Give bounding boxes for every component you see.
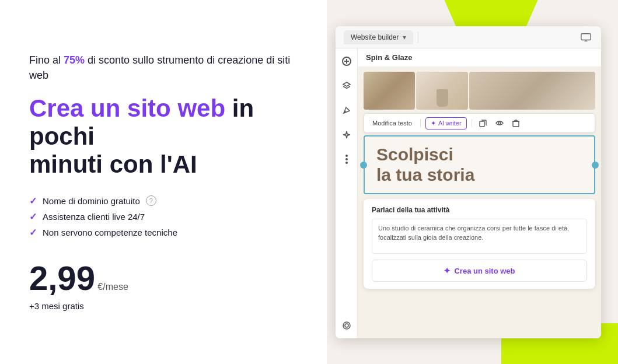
hero-line1: Scolpisci [376, 145, 453, 164]
copy-icon[interactable] [477, 117, 490, 130]
toolbar-divider [420, 119, 421, 127]
ai-toolbar: Modifica testo ✦ Al writer [364, 113, 595, 133]
left-panel: Fino al 75% di sconto sullo strumento di… [0, 0, 327, 364]
svg-rect-0 [581, 33, 591, 40]
check-icon: ✓ [29, 227, 37, 238]
modifica-testo-label: Modifica testo [369, 118, 416, 128]
discount-highlight: 75% [64, 54, 85, 66]
ceramic-image-1 [364, 72, 415, 110]
browser-content: Spin & Glaze Modifica testo ✦ Al writer [336, 48, 601, 338]
browser-window: Website builder ▾ [336, 26, 601, 338]
question-icon[interactable]: ? [146, 195, 156, 206]
svg-rect-10 [480, 121, 484, 127]
svg-marker-6 [343, 82, 350, 86]
svg-point-8 [343, 322, 350, 329]
ai-writer-button[interactable]: ✦ Al writer [425, 117, 467, 130]
check-icon: ✓ [29, 195, 37, 206]
tab-divider [418, 32, 418, 43]
browser-toolbar: Website builder ▾ [336, 26, 601, 48]
browser-tab[interactable]: Website builder ▾ [344, 30, 413, 44]
pen-icon[interactable] [340, 103, 354, 117]
headline-sub: Fino al 75% di sconto sullo strumento di… [29, 53, 298, 82]
layers-icon[interactable] [340, 79, 354, 93]
browser-tab-label: Website builder [351, 33, 399, 41]
sparkle-icon[interactable] [340, 128, 354, 142]
main-headline: Crea un sito web in pochiminuti con l'AI [29, 94, 298, 179]
ai-panel: Parlaci della tua attività Uno studio di… [364, 199, 595, 289]
headline-purple: Crea un sito web [29, 94, 225, 122]
feature-text: Nome di dominio gratuito [43, 196, 140, 206]
site-header-bar: Spin & Glaze [358, 48, 601, 67]
svg-point-9 [345, 324, 348, 327]
crea-sito-button[interactable]: ✦ Crea un sito web [372, 260, 587, 282]
check-icon: ✓ [29, 211, 37, 222]
svg-point-11 [498, 122, 501, 124]
large-image [469, 72, 595, 110]
feature-item: ✓ Nome di dominio gratuito ? [29, 195, 298, 206]
circle-icon[interactable] [340, 318, 354, 332]
more-icon[interactable] [340, 152, 354, 166]
ceramic-image-2 [416, 72, 467, 110]
plus-icon[interactable] [340, 54, 354, 68]
hero-line2: la tua storia [376, 165, 474, 184]
features-list: ✓ Nome di dominio gratuito ? ✓ Assistenz… [29, 195, 298, 243]
ai-star-icon: ✦ [431, 120, 436, 127]
ai-panel-title: Parlaci della tua attività [372, 206, 587, 214]
main-content: Spin & Glaze Modifica testo ✦ Al writer [358, 48, 601, 338]
dropdown-icon: ▾ [403, 33, 406, 41]
trash-icon[interactable] [509, 117, 522, 130]
feature-item: ✓ Non servono competenze tecniche [29, 227, 298, 238]
feature-text: Non servono competenze tecniche [43, 228, 177, 237]
price-section: 2,99 €/mese [29, 261, 298, 295]
hero-text-block: Scolpisci la tua storia [364, 135, 595, 194]
sparkle-icon: ✦ [444, 266, 451, 275]
monitor-icon[interactable] [579, 30, 593, 44]
site-name: Spin & Glaze [366, 53, 412, 62]
crea-btn-label: Crea un sito web [454, 267, 515, 275]
feature-text: Assistenza clienti live 24/7 [43, 212, 145, 222]
right-panel: Website builder ▾ [327, 0, 618, 364]
eye-icon[interactable] [493, 117, 506, 130]
ai-panel-desc[interactable]: Uno studio di ceramica che organizza cor… [372, 219, 587, 254]
svg-rect-12 [513, 121, 519, 127]
icon-sidebar [336, 48, 358, 338]
price-bonus: +3 mesi gratis [29, 301, 298, 311]
price-value: 2,99 [29, 259, 95, 297]
images-row [358, 67, 601, 110]
price-unit: €/mese [97, 282, 128, 292]
feature-item: ✓ Assistenza clienti live 24/7 [29, 211, 298, 222]
hero-title: Scolpisci la tua storia [376, 145, 582, 185]
toolbar-divider-2 [472, 119, 472, 127]
ai-writer-label: Al writer [438, 120, 462, 127]
